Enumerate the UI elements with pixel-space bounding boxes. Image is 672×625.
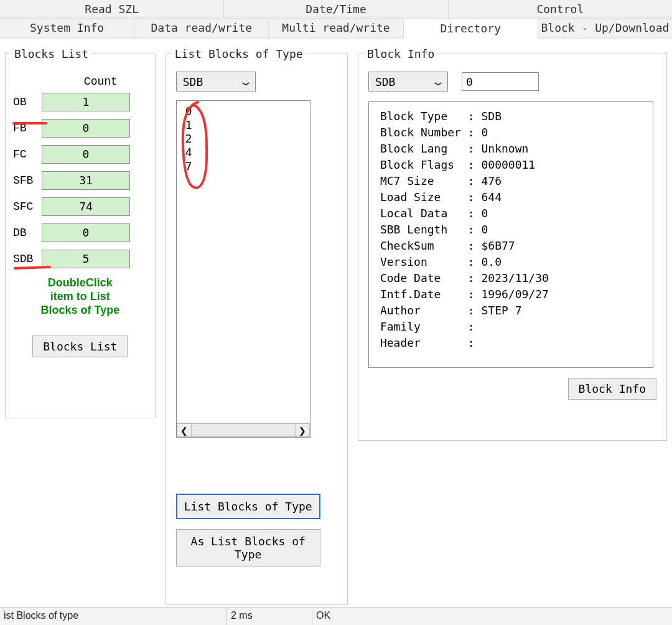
blocks-row-value: 0 (42, 119, 130, 138)
blocks-row-sdb[interactable]: SDB 5 (12, 250, 149, 268)
blocks-row-label: OB (12, 96, 42, 108)
status-bar: ist Blocks of type 2 ms OK (0, 607, 672, 625)
blocks-row-value: 1 (42, 93, 130, 111)
list-blocks-panel: List Blocks of Type SDB ⌄ 0 1 2 4 7 ❮ (166, 47, 348, 605)
list-blocks-of-type-button[interactable]: List Blocks of Type (176, 494, 320, 519)
scroll-left-icon[interactable]: ❮ (177, 423, 192, 437)
blocks-row-value: 0 (42, 223, 130, 242)
scroll-right-icon[interactable]: ❯ (295, 423, 310, 437)
blocks-row-fc[interactable]: FC 0 (12, 145, 149, 164)
block-info-legend: Block Info (365, 47, 437, 60)
blocks-row-sfc[interactable]: SFC 74 (12, 197, 149, 216)
list-blocks-legend: List Blocks of Type (172, 47, 306, 60)
block-info-text: Block Type : SDB Block Number : 0 Block … (368, 101, 653, 368)
tab-control[interactable]: Control (449, 0, 672, 18)
tabs-row-bottom: System Info Data read/write Multi read/w… (0, 19, 672, 39)
blocks-row-label: SFB (12, 174, 42, 187)
tab-multi-rw[interactable]: Multi read/write (269, 19, 403, 38)
blocks-list-panel: Blocks List Count OB 1 FB 0 FC 0 SFB 31 … (5, 47, 156, 418)
tabs-row-top: Read SZL Date/Time Control (0, 0, 672, 19)
blocks-list-hint: DoubleClick item to List Blocks of Type (12, 276, 149, 317)
blocks-row-value: 5 (42, 250, 130, 268)
tab-read-szl[interactable]: Read SZL (0, 0, 224, 18)
list-item[interactable]: 0 (185, 105, 310, 118)
chevron-down-icon: ⌄ (238, 75, 253, 88)
blocks-list-legend: Blocks List (12, 47, 91, 60)
block-info-panel: Block Info SDB ⌄ Block Type : SDB Block … (358, 47, 667, 441)
status-action: ist Blocks of type (0, 608, 227, 625)
tab-data-rw[interactable]: Data read/write (134, 19, 269, 38)
tab-directory[interactable]: Directory (404, 19, 538, 39)
list-blocks-listbox[interactable]: 0 1 2 4 7 ❮ ❯ (176, 100, 310, 438)
tab-system-info[interactable]: System Info (0, 19, 134, 38)
list-item[interactable]: 7 (185, 159, 310, 173)
status-result: OK (312, 608, 672, 625)
block-info-type-select[interactable]: SDB ⌄ (368, 72, 448, 92)
blocks-list-button[interactable]: Blocks List (32, 336, 128, 357)
blocks-row-label: DB (12, 227, 42, 239)
as-list-blocks-of-type-button[interactable]: As List Blocks of Type (176, 529, 320, 566)
blocks-row-value: 0 (42, 145, 130, 164)
status-time: 2 ms (227, 608, 312, 625)
chevron-down-icon: ⌄ (430, 75, 445, 88)
blocks-row-label: SDB (12, 253, 42, 265)
list-blocks-type-select[interactable]: SDB ⌄ (176, 72, 256, 92)
blocks-row-db[interactable]: DB 0 (12, 223, 149, 242)
select-value: SDB (183, 75, 203, 88)
select-value: SDB (375, 75, 396, 88)
blocks-row-sfb[interactable]: SFB 31 (12, 171, 149, 190)
list-item[interactable]: 4 (185, 146, 310, 159)
list-item[interactable]: 1 (185, 118, 310, 132)
tab-date-time[interactable]: Date/Time (224, 0, 448, 18)
blocks-row-value: 31 (42, 171, 130, 190)
blocks-row-label: FC (12, 148, 42, 161)
block-number-input[interactable] (462, 72, 539, 91)
red-underline-annotation (12, 122, 47, 125)
list-item[interactable]: 2 (185, 132, 310, 146)
list-items: 0 1 2 4 7 (177, 101, 310, 173)
blocks-row-label: SFC (12, 200, 42, 213)
count-header: Count (53, 75, 149, 88)
listbox-hscrollbar[interactable]: ❮ ❯ (177, 423, 310, 437)
tab-block-updownload[interactable]: Block - Up/Download (538, 19, 672, 38)
scroll-track[interactable] (192, 423, 295, 437)
block-info-button[interactable]: Block Info (568, 378, 656, 400)
blocks-row-ob[interactable]: OB 1 (12, 93, 149, 111)
blocks-row-value: 74 (42, 197, 130, 216)
